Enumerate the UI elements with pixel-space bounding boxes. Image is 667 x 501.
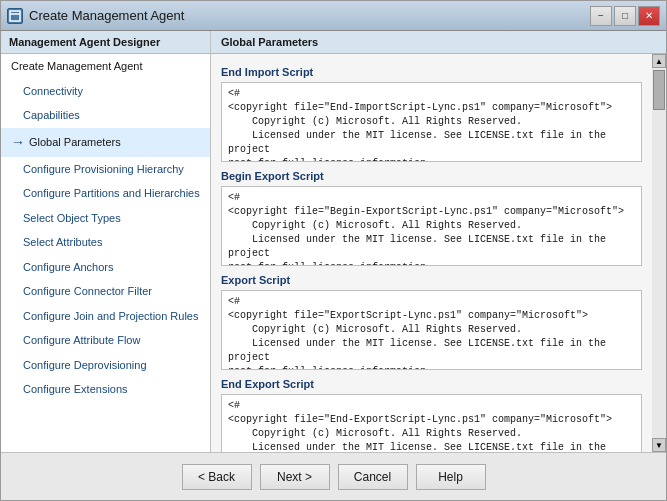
main-body: End Import Script <# <copyright file="En… [211, 54, 652, 452]
sidebar-item-configure-connector-filter[interactable]: Configure Connector Filter [1, 279, 210, 304]
svg-rect-0 [10, 11, 20, 21]
maximize-button[interactable]: □ [614, 6, 636, 26]
active-arrow-icon: → [11, 132, 25, 153]
section-label-export-script: Export Script [221, 274, 642, 286]
main-content: Global Parameters End Import Script <# <… [211, 31, 666, 452]
sidebar-item-select-attributes[interactable]: Select Attributes [1, 230, 210, 255]
sidebar-item-configure-deprovisioning[interactable]: Configure Deprovisioning [1, 353, 210, 378]
sidebar-item-global-parameters[interactable]: → Global Parameters [1, 128, 210, 157]
script-box-end-export-script[interactable]: <# <copyright file="End-ExportScript-Lyn… [221, 394, 642, 452]
scroll-down-arrow[interactable]: ▼ [652, 438, 666, 452]
script-content-begin-export-script: <# <copyright file="Begin-ExportScript-L… [228, 191, 635, 266]
sidebar-item-configure-extensions[interactable]: Configure Extensions [1, 377, 210, 402]
sidebar-item-configure-provisioning-hierarchy[interactable]: Configure Provisioning Hierarchy [1, 157, 210, 182]
sidebar: Management Agent Designer Create Managem… [1, 31, 211, 452]
section-label-end-export-script: End Export Script [221, 378, 642, 390]
content-area: Management Agent Designer Create Managem… [1, 31, 666, 452]
sidebar-item-create-management-agent[interactable]: Create Management Agent [1, 54, 210, 79]
scroll-up-arrow[interactable]: ▲ [652, 54, 666, 68]
script-content-export-script: <# <copyright file="ExportScript-Lync.ps… [228, 295, 635, 370]
script-content-end-export-script: <# <copyright file="End-ExportScript-Lyn… [228, 399, 635, 452]
scroll-thumb[interactable] [653, 70, 665, 110]
cancel-button[interactable]: Cancel [338, 464, 408, 490]
sidebar-item-configure-anchors[interactable]: Configure Anchors [1, 255, 210, 280]
main-panel: End Import Script <# <copyright file="En… [211, 54, 666, 452]
sidebar-item-configure-attribute-flow[interactable]: Configure Attribute Flow [1, 328, 210, 353]
main-scrollbar[interactable]: ▲ ▼ [652, 54, 666, 452]
title-bar: Create Management Agent − □ ✕ [1, 1, 666, 31]
back-button[interactable]: < Back [182, 464, 252, 490]
app-icon [7, 8, 23, 24]
script-box-begin-export-script[interactable]: <# <copyright file="Begin-ExportScript-L… [221, 186, 642, 266]
sidebar-item-connectivity[interactable]: Connectivity [1, 79, 210, 104]
section-label-begin-export-script: Begin Export Script [221, 170, 642, 182]
main-window: Create Management Agent − □ ✕ Management… [0, 0, 667, 501]
sidebar-header: Management Agent Designer [1, 31, 210, 54]
sidebar-item-capabilities[interactable]: Capabilities [1, 103, 210, 128]
footer: < Back Next > Cancel Help [1, 452, 666, 500]
sidebar-item-configure-join-projection[interactable]: Configure Join and Projection Rules [1, 304, 210, 329]
sidebar-item-configure-partitions-hierarchies[interactable]: Configure Partitions and Hierarchies [1, 181, 210, 206]
section-label-end-import-script: End Import Script [221, 66, 642, 78]
main-header: Global Parameters [211, 31, 666, 54]
help-button[interactable]: Help [416, 464, 486, 490]
title-bar-controls: − □ ✕ [590, 6, 660, 26]
script-box-export-script[interactable]: <# <copyright file="ExportScript-Lync.ps… [221, 290, 642, 370]
window-title: Create Management Agent [29, 8, 184, 23]
script-box-end-import-script[interactable]: <# <copyright file="End-ImportScript-Lyn… [221, 82, 642, 162]
close-button[interactable]: ✕ [638, 6, 660, 26]
script-content-end-import-script: <# <copyright file="End-ImportScript-Lyn… [228, 87, 635, 162]
minimize-button[interactable]: − [590, 6, 612, 26]
sidebar-item-select-object-types[interactable]: Select Object Types [1, 206, 210, 231]
next-button[interactable]: Next > [260, 464, 330, 490]
title-bar-left: Create Management Agent [7, 8, 184, 24]
